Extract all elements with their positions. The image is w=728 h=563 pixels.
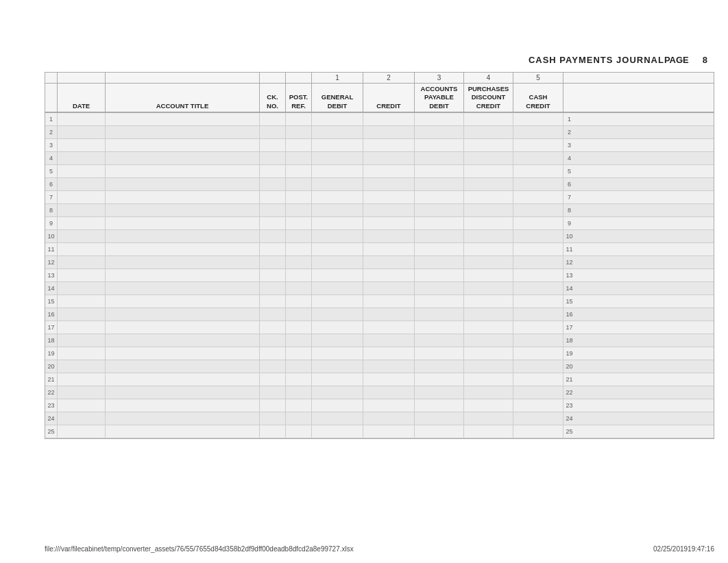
cell-gen-deb-10 [312, 230, 363, 242]
cell-purch-cred-8 [464, 204, 513, 216]
cell-gen-deb-14 [312, 282, 363, 295]
cell-post-17 [286, 321, 312, 334]
cell-gen-cred-12 [363, 256, 415, 268]
cell-gen-cred-13 [363, 269, 415, 282]
hdr-spacer-left [45, 84, 58, 112]
cell-cash-cred-11 [513, 243, 563, 255]
cell-gen-cred-3 [363, 139, 415, 151]
cell-ck-12 [260, 256, 286, 268]
cell-ap-deb-8 [415, 204, 464, 216]
table-row: 13 13 [45, 269, 714, 282]
cell-gen-deb-23 [312, 399, 363, 412]
cell-ck-15 [260, 295, 286, 308]
cell-account-7 [106, 191, 260, 203]
cell-account-14 [106, 282, 260, 295]
table-row: 6 6 [45, 178, 714, 191]
cell-ck-14 [260, 282, 286, 295]
cell-gen-cred-7 [363, 191, 415, 203]
row-num-left: 24 [45, 412, 58, 425]
col-num-5: 5 [513, 73, 563, 83]
row-num-left: 1 [45, 113, 58, 125]
cell-date-6 [58, 178, 106, 190]
cell-ck-24 [260, 412, 286, 425]
cell-account-2 [106, 126, 260, 138]
col-num-ck [260, 73, 286, 83]
cell-gen-deb-18 [312, 334, 363, 347]
cell-cash-cred-21 [513, 373, 563, 386]
row-num-right: 3 [563, 139, 575, 151]
cell-account-8 [106, 204, 260, 216]
row-num-right: 7 [563, 191, 575, 203]
cell-date-5 [58, 165, 106, 177]
table-row: 9 9 [45, 217, 714, 230]
cell-purch-cred-23 [464, 399, 513, 412]
row-num-left: 15 [45, 295, 58, 308]
cell-cash-cred-25 [513, 425, 563, 438]
cell-ck-19 [260, 347, 286, 360]
cell-post-14 [286, 282, 312, 295]
cell-purch-cred-10 [464, 230, 513, 242]
num-spacer-right [563, 73, 575, 83]
cell-purch-cred-24 [464, 412, 513, 425]
cell-ck-2 [260, 126, 286, 138]
cell-purch-cred-19 [464, 347, 513, 360]
cell-purch-cred-3 [464, 139, 513, 151]
cell-account-18 [106, 334, 260, 347]
cell-account-20 [106, 360, 260, 373]
table-row: 17 17 [45, 321, 714, 334]
row-num-right: 12 [563, 256, 575, 268]
page-number: 8 [703, 55, 707, 65]
cell-gen-deb-25 [312, 425, 363, 438]
cell-gen-cred-25 [363, 425, 415, 438]
cell-ap-deb-2 [415, 126, 464, 138]
row-num-right: 8 [563, 204, 575, 216]
row-num-left: 9 [45, 217, 58, 229]
cell-gen-cred-22 [363, 386, 415, 399]
cell-post-19 [286, 347, 312, 360]
cell-gen-deb-22 [312, 386, 363, 399]
row-num-right: 9 [563, 217, 575, 229]
row-num-right: 21 [563, 373, 575, 386]
cell-post-1 [286, 113, 312, 125]
cell-account-15 [106, 295, 260, 308]
cell-post-9 [286, 217, 312, 229]
cell-purch-cred-9 [464, 217, 513, 229]
col-numbers-row: 1 2 3 4 5 [45, 73, 714, 84]
cell-ap-deb-24 [415, 412, 464, 425]
cell-post-6 [286, 178, 312, 190]
cell-account-11 [106, 243, 260, 255]
cell-gen-cred-5 [363, 165, 415, 177]
cell-gen-deb-11 [312, 243, 363, 255]
row-num-left: 2 [45, 126, 58, 138]
cell-purch-cred-12 [464, 256, 513, 268]
table-row: 1 1 [45, 113, 714, 126]
cell-purch-cred-15 [464, 295, 513, 308]
cell-post-22 [286, 386, 312, 399]
cell-cash-cred-24 [513, 412, 563, 425]
table-row: 5 5 [45, 165, 714, 178]
cell-ap-deb-13 [415, 269, 464, 282]
row-num-right: 25 [563, 425, 575, 438]
cell-gen-deb-9 [312, 217, 363, 229]
cell-post-25 [286, 425, 312, 438]
row-num-right: 23 [563, 399, 575, 412]
cell-gen-cred-19 [363, 347, 415, 360]
table-row: 22 22 [45, 386, 714, 399]
row-num-left: 16 [45, 308, 58, 321]
table-row: 2 2 [45, 126, 714, 139]
cell-purch-cred-5 [464, 165, 513, 177]
row-num-right: 10 [563, 230, 575, 242]
cell-ck-3 [260, 139, 286, 151]
cell-post-4 [286, 152, 312, 164]
row-num-right: 5 [563, 165, 575, 177]
row-num-left: 18 [45, 334, 58, 347]
page-info: PAGE 8 [664, 55, 707, 65]
cell-purch-cred-1 [464, 113, 513, 125]
cell-cash-cred-5 [513, 165, 563, 177]
cell-cash-cred-19 [513, 347, 563, 360]
cell-date-4 [58, 152, 106, 164]
cell-gen-cred-4 [363, 152, 415, 164]
table-row: 7 7 [45, 191, 714, 204]
cell-ap-deb-18 [415, 334, 464, 347]
cell-cash-cred-14 [513, 282, 563, 295]
